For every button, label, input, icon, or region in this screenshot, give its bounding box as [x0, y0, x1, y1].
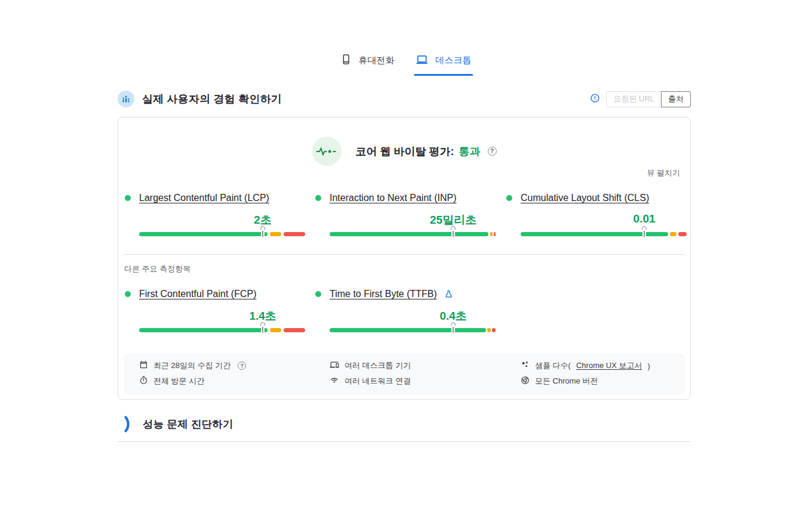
- data-collection-footnote: 최근 28일의 수집 기간 ? 전체 방문 시간 여러 데스크톱 기기: [124, 353, 685, 395]
- origin-button[interactable]: 출처: [661, 91, 691, 107]
- bar-marker: [260, 322, 265, 327]
- footnote-col-3: 샘플 다수(Chrome UX 보고서) 모든 Chrome 버전: [521, 360, 650, 387]
- network-text: 여러 네트워크 연결: [345, 376, 411, 387]
- metric-ttfb: Time to First Byte (TTFB) 0.4초: [330, 289, 496, 332]
- metric-lcp: Largest Contentful Paint (LCP) 2초: [139, 193, 305, 236]
- tab-mobile[interactable]: 휴대전화: [339, 52, 396, 76]
- bar-marker: [451, 226, 456, 231]
- sample-item: 샘플 다수(Chrome UX 보고서): [521, 360, 650, 371]
- bar-marker: [260, 226, 265, 231]
- requested-url-button[interactable]: 요청된 URL: [606, 91, 662, 107]
- tab-mobile-label: 휴대전화: [358, 55, 395, 66]
- chrome-icon: [521, 376, 530, 387]
- bar-segment-yellow: [490, 232, 493, 236]
- cwv-assessment-label: 코어 웹 바이탈 평가:: [356, 144, 454, 159]
- core-web-vitals-card: 코어 웹 바이탈 평가: 통과 ? 뷰 펼치기 Largest Contentf…: [118, 117, 691, 400]
- calendar-icon: [139, 360, 148, 371]
- devices-text: 여러 데스크톱 기기: [345, 360, 411, 371]
- bar-segment-red: [284, 328, 305, 332]
- info-icon[interactable]: [590, 93, 600, 106]
- bar-segment-green: [139, 232, 267, 236]
- chrome-versions-item: 모든 Chrome 버전: [521, 376, 650, 387]
- metric-distribution-bar: [139, 232, 305, 236]
- real-users-icon: [118, 91, 134, 107]
- bar-segment-green: [330, 328, 486, 332]
- tab-desktop[interactable]: 데스크톱: [414, 52, 473, 76]
- visit-durations-item: 전체 방문 시간: [139, 376, 246, 387]
- bar-segment-red: [494, 232, 496, 236]
- metric-distribution-bar: [330, 328, 496, 332]
- metric-label-link[interactable]: Largest Contentful Paint (LCP): [139, 193, 269, 203]
- visit-durations-text: 전체 방문 시간: [153, 376, 204, 387]
- samples-icon: [521, 360, 530, 371]
- tab-desktop-label: 데스크톱: [435, 55, 472, 66]
- metric-status-dot: [315, 195, 321, 201]
- bar-segment-yellow: [270, 232, 282, 236]
- metric-inp: Interaction to Next Paint (INP) 25밀리초: [330, 193, 496, 236]
- bar-segment-green: [330, 232, 488, 236]
- metric-label-link[interactable]: Cumulative Layout Shift (CLS): [521, 193, 649, 203]
- card-divider: [124, 254, 685, 255]
- metric-value: 0.01: [633, 212, 656, 225]
- network-item: 여러 네트워크 연결: [330, 376, 411, 387]
- collection-period-item: 최근 28일의 수집 기간 ?: [139, 360, 246, 371]
- cwv-assessment-title: 코어 웹 바이탈 평가: 통과 ?: [356, 144, 497, 159]
- bar-marker: [451, 322, 456, 327]
- metric-label-link[interactable]: Time to First Byte (TTFB): [330, 289, 437, 299]
- metric-fcp: First Contentful Paint (FCP) 1.4초: [139, 289, 305, 332]
- devices-icon: [330, 360, 339, 371]
- pulse-icon: [312, 137, 342, 166]
- desktop-icon: [415, 53, 429, 68]
- cwv-assessment-header: 코어 웹 바이탈 평가: 통과 ?: [118, 137, 690, 166]
- sample-prefix: 샘플 다수(: [535, 360, 571, 371]
- diagnose-title: 성능 문제 진단하기: [143, 417, 233, 431]
- bar-segment-green: [521, 232, 668, 236]
- bar-marker: [642, 226, 647, 231]
- chrome-versions-text: 모든 Chrome 버전: [535, 376, 598, 387]
- metric-label-link[interactable]: First Contentful Paint (FCP): [139, 289, 257, 299]
- header-controls: 요청된 URL 출처: [590, 91, 691, 107]
- field-data-header: 실제 사용자의 경험 확인하기 요청된 URL 출처: [118, 87, 691, 111]
- devices-item: 여러 데스크톱 기기: [330, 360, 411, 371]
- metric-status-dot: [125, 291, 131, 297]
- metric-distribution-bar: [139, 328, 305, 332]
- bar-segment-yellow: [487, 328, 491, 332]
- metric-status-dot: [506, 195, 512, 201]
- experimental-flask-icon[interactable]: [444, 289, 453, 299]
- help-icon[interactable]: ?: [488, 147, 497, 156]
- cwv-assessment-value: 통과: [459, 144, 481, 159]
- smartphone-icon: [340, 53, 352, 68]
- metric-distribution-bar: [330, 232, 496, 236]
- device-tabs: 휴대전화 데스크톱: [339, 52, 473, 76]
- section-title: 실제 사용자의 경험 확인하기: [142, 92, 282, 106]
- active-tab-underline: [414, 74, 473, 76]
- metric-status-dot: [125, 195, 131, 201]
- bar-segment-red: [492, 328, 496, 332]
- bar-segment-yellow: [670, 232, 676, 236]
- bar-segment-red: [678, 232, 687, 236]
- metric-distribution-bar: [521, 232, 687, 236]
- pagespeed-insights-page: 휴대전화 데스크톱 실제 사용자의 경험 확인하기 요청된 URL 출처: [0, 0, 812, 513]
- crux-report-link[interactable]: Chrome UX 보고서: [576, 360, 642, 371]
- metric-status-dot: [315, 291, 321, 297]
- other-metrics-label: 다른 주요 측정항목: [124, 264, 190, 274]
- section-divider: [118, 441, 691, 442]
- wifi-icon: [330, 376, 339, 386]
- metric-cls: Cumulative Layout Shift (CLS) 0.01: [521, 193, 687, 236]
- collection-period-text: 최근 28일의 수집 기간: [153, 360, 230, 371]
- footnote-col-1: 최근 28일의 수집 기간 ? 전체 방문 시간: [139, 360, 246, 387]
- metric-label-link[interactable]: Interaction to Next Paint (INP): [330, 193, 457, 203]
- bar-segment-red: [284, 232, 305, 236]
- gauge-arc-icon: [124, 416, 132, 432]
- url-origin-toggle: 요청된 URL 출처: [606, 91, 691, 107]
- sample-suffix: ): [647, 361, 650, 370]
- footnote-col-2: 여러 데스크톱 기기 여러 네트워크 연결: [330, 360, 411, 387]
- bar-segment-green: [139, 328, 267, 332]
- expand-view-link[interactable]: 뷰 펼치기: [647, 168, 680, 178]
- bar-segment-yellow: [270, 328, 282, 332]
- help-icon[interactable]: ?: [238, 361, 246, 370]
- stopwatch-icon: [139, 376, 148, 387]
- diagnose-section-header[interactable]: 성능 문제 진단하기: [118, 413, 691, 435]
